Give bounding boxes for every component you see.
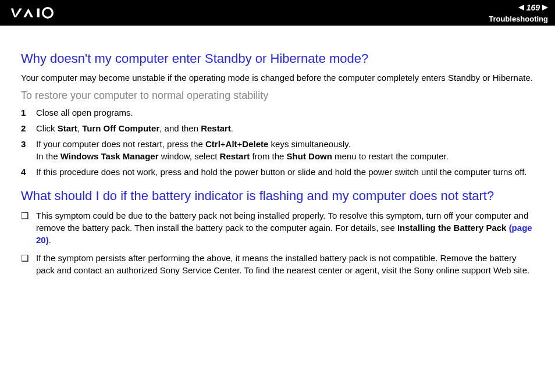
next-page-arrow-icon[interactable] bbox=[542, 5, 548, 10]
procedure-subhead: To restore your computer to normal opera… bbox=[21, 90, 534, 102]
procedure-steps: 1 Close all open programs. 2 Click Start… bbox=[21, 106, 534, 178]
bullet-icon: ❑ bbox=[21, 252, 36, 264]
header-nav: 169 Troubleshooting bbox=[489, 3, 548, 23]
vaio-logo bbox=[7, 7, 71, 19]
bullet-text: This symptom could be due to the battery… bbox=[36, 209, 534, 246]
step-text: Close all open programs. bbox=[36, 106, 534, 119]
prev-page-arrow-icon[interactable] bbox=[518, 5, 524, 10]
question-1-intro: Your computer may become unstable if the… bbox=[21, 72, 534, 84]
question-2-heading: What should I do if the battery indicato… bbox=[21, 188, 534, 204]
header-bar: 169 Troubleshooting bbox=[0, 0, 555, 26]
bullet-item: ❑ If the symptom persists after performi… bbox=[21, 252, 534, 276]
step-number: 1 bbox=[21, 106, 36, 119]
step-text: If this procedure does not work, press a… bbox=[36, 166, 534, 178]
step-4: 4 If this procedure does not work, press… bbox=[21, 166, 534, 178]
step-number: 2 bbox=[21, 122, 36, 134]
svg-point-1 bbox=[43, 8, 53, 18]
step-text: If your computer does not restart, press… bbox=[36, 138, 534, 162]
step-text: Click Start, Turn Off Computer, and then… bbox=[36, 122, 534, 134]
bullet-text: If the symptom persists after performing… bbox=[36, 252, 534, 276]
step-2: 2 Click Start, Turn Off Computer, and th… bbox=[21, 122, 534, 134]
page-nav: 169 bbox=[518, 3, 548, 12]
step-3: 3 If your computer does not restart, pre… bbox=[21, 138, 534, 162]
svg-rect-0 bbox=[37, 9, 40, 17]
bullet-item: ❑ This symptom could be due to the batte… bbox=[21, 209, 534, 246]
question-2-bullets: ❑ This symptom could be due to the batte… bbox=[21, 209, 534, 276]
section-label: Troubleshooting bbox=[489, 15, 548, 23]
step-number: 3 bbox=[21, 138, 36, 150]
step-1: 1 Close all open programs. bbox=[21, 106, 534, 119]
step-number: 4 bbox=[21, 166, 36, 178]
question-1-heading: Why doesn't my computer enter Standby or… bbox=[21, 51, 534, 66]
bullet-icon: ❑ bbox=[21, 209, 36, 222]
page-content: Why doesn't my computer enter Standby or… bbox=[0, 26, 555, 276]
page-number: 169 bbox=[526, 3, 540, 12]
